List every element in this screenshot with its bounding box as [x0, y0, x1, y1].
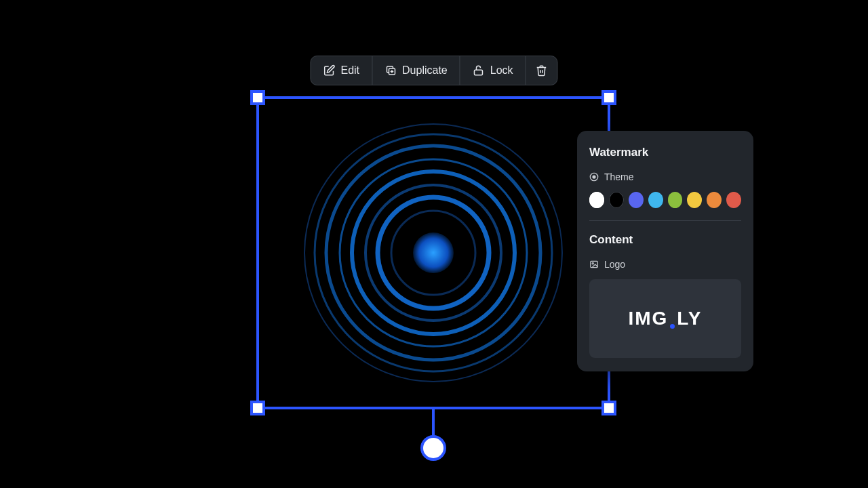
duplicate-icon [384, 64, 397, 77]
svg-rect-15 [591, 261, 598, 267]
radio-icon [589, 172, 599, 182]
color-swatch-yellow[interactable] [687, 192, 702, 208]
selection-bounds[interactable] [256, 96, 610, 409]
lock-label: Lock [490, 64, 513, 77]
color-swatch-sky[interactable] [648, 192, 663, 208]
lock-button[interactable]: Lock [460, 56, 526, 85]
duplicate-label: Duplicate [402, 64, 448, 77]
color-swatch-orange[interactable] [707, 192, 722, 208]
duplicate-button[interactable]: Duplicate [372, 56, 460, 85]
logo-wordmark: IMGLY [628, 308, 702, 329]
edit-label: Edit [340, 64, 359, 77]
rotation-handle[interactable] [420, 435, 446, 461]
logo-label: Logo [604, 259, 625, 270]
trash-icon [536, 64, 548, 77]
svg-point-16 [592, 263, 593, 264]
content-heading: Content [589, 233, 741, 247]
resize-handle-br[interactable] [601, 401, 616, 415]
logo-text-part-a: IMG [628, 308, 668, 329]
color-swatch-green[interactable] [668, 192, 683, 208]
panel-title: Watermark [589, 146, 741, 159]
divider [589, 220, 741, 221]
color-swatch-black[interactable] [609, 192, 624, 208]
svg-point-12 [413, 232, 454, 273]
watermark-panel: Watermark Theme Content Logo IMGLY [577, 131, 753, 371]
svg-rect-3 [475, 70, 483, 75]
logo-text-part-b: LY [677, 308, 702, 329]
logo-row: Logo [589, 259, 741, 270]
logo-dot-icon [670, 324, 675, 329]
context-toolbar: Edit Duplicate Lock [310, 56, 557, 85]
theme-swatches [589, 192, 741, 208]
theme-label: Theme [604, 171, 634, 182]
resize-handle-tr[interactable] [601, 90, 616, 105]
edit-icon [323, 64, 335, 77]
logo-preview[interactable]: IMGLY [589, 279, 741, 358]
canvas-content [259, 99, 608, 407]
color-swatch-indigo[interactable] [629, 192, 644, 208]
theme-row: Theme [589, 171, 741, 182]
unlock-icon [473, 64, 485, 77]
color-swatch-red[interactable] [726, 192, 741, 208]
svg-point-14 [592, 175, 595, 178]
resize-handle-bl[interactable] [250, 401, 265, 415]
image-icon [589, 260, 599, 269]
color-swatch-white[interactable] [589, 192, 604, 208]
resize-handle-tl[interactable] [250, 90, 265, 105]
delete-button[interactable] [526, 56, 557, 85]
edit-button[interactable]: Edit [311, 56, 372, 85]
